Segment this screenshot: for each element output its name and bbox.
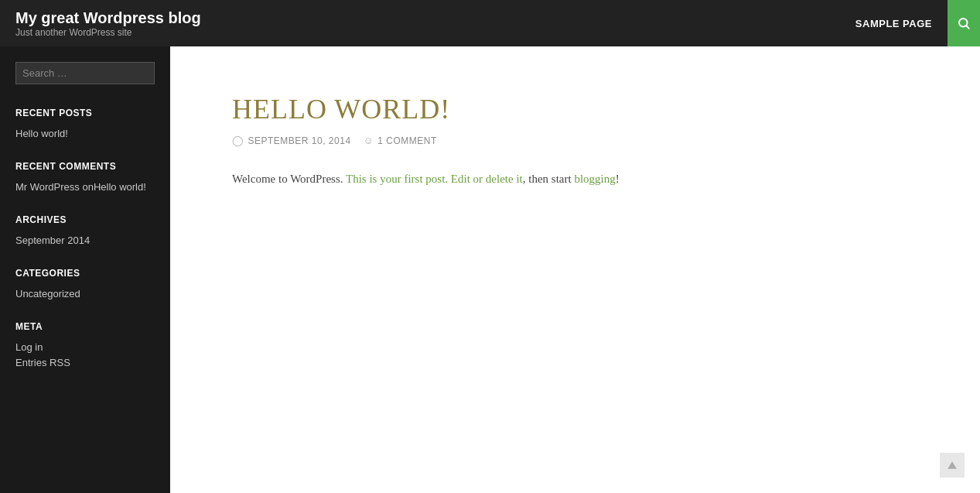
post-date: ◯ SEPTEMBER 10, 2014 [232,135,351,146]
search-input[interactable] [15,62,155,84]
post-intro: Welcome to WordPress. [232,173,346,185]
meta-title: META [15,321,155,332]
categories-title: CATEGORIES [15,268,155,279]
recent-post-item[interactable]: Hello world! [15,128,155,139]
header-nav: SAMPLE PAGE [855,0,965,46]
comment-post-link[interactable]: Hello world! [94,181,146,193]
recent-comments-widget: RECENT COMMENTS Mr WordPress onHello wor… [15,161,155,193]
meta-widget: META Log in Entries RSS [15,321,155,368]
post-comments-link[interactable]: 1 COMMENT [377,135,437,146]
post-date-text: SEPTEMBER 10, 2014 [248,135,351,146]
post-meta: ◯ SEPTEMBER 10, 2014 ☺ 1 COMMENT [232,135,918,146]
meta-rss-link[interactable]: Entries RSS [15,357,155,368]
main-content: HELLO WORLD! ◯ SEPTEMBER 10, 2014 ☺ 1 CO… [170,46,980,493]
recent-comment-item: Mr WordPress onHello world! [15,181,155,193]
page-layout: RECENT POSTS Hello world! RECENT COMMENT… [0,46,980,493]
clock-icon: ◯ [232,135,244,146]
search-icon [957,16,971,30]
comment-on-text: on [82,181,93,193]
archive-item[interactable]: September 2014 [15,235,155,246]
sidebar: RECENT POSTS Hello world! RECENT COMMENT… [0,46,170,493]
recent-comments-title: RECENT COMMENTS [15,161,155,172]
post-end: ! [616,173,620,185]
site-header: My great Wordpress blog Just another Wor… [0,0,980,46]
comment-author-link[interactable]: Mr WordPress [15,181,80,193]
categories-widget: CATEGORIES Uncategorized [15,268,155,300]
post-edit-link[interactable]: This is your first post. Edit or delete … [346,173,523,185]
site-title[interactable]: My great Wordpress blog [15,9,201,27]
header-branding: My great Wordpress blog Just another Wor… [15,9,201,38]
arrow-up-icon [947,460,958,471]
comment-icon: ☺ [364,135,374,146]
svg-marker-2 [948,461,957,468]
meta-login-link[interactable]: Log in [15,341,155,353]
post-middle: , then start [523,173,575,185]
blog-post: HELLO WORLD! ◯ SEPTEMBER 10, 2014 ☺ 1 CO… [232,93,918,190]
scroll-to-top-button[interactable] [940,453,965,478]
category-item[interactable]: Uncategorized [15,288,155,300]
search-widget [15,62,155,84]
post-content: Welcome to WordPress. This is your first… [232,169,918,190]
archives-widget: ARCHIVES September 2014 [15,214,155,246]
archives-title: ARCHIVES [15,214,155,225]
recent-posts-title: RECENT POSTS [15,108,155,118]
post-blogging-link[interactable]: blogging [574,173,615,185]
post-title: HELLO WORLD! [232,93,918,125]
post-comments-count: ☺ 1 COMMENT [364,135,437,146]
site-tagline: Just another WordPress site [15,27,201,38]
recent-posts-widget: RECENT POSTS Hello world! [15,108,155,139]
header-search-button[interactable] [948,0,980,46]
sample-page-link[interactable]: SAMPLE PAGE [855,18,932,29]
svg-line-1 [966,26,968,28]
